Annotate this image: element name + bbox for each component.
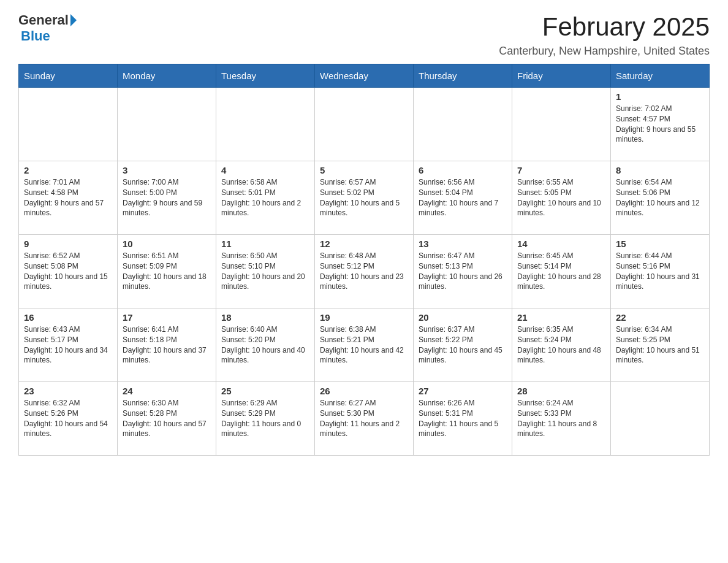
- day-number: 27: [419, 386, 507, 396]
- calendar-cell: 24Sunrise: 6:30 AM Sunset: 5:28 PM Dayli…: [118, 382, 216, 456]
- header-saturday: Saturday: [611, 64, 710, 88]
- day-info: Sunrise: 7:00 AM Sunset: 5:00 PM Dayligh…: [123, 177, 211, 218]
- calendar-week-row: 23Sunrise: 6:32 AM Sunset: 5:26 PM Dayli…: [19, 382, 710, 456]
- calendar-week-row: 9Sunrise: 6:52 AM Sunset: 5:08 PM Daylig…: [19, 235, 710, 308]
- calendar-cell: 6Sunrise: 6:56 AM Sunset: 5:04 PM Daylig…: [414, 161, 512, 235]
- header-wednesday: Wednesday: [315, 64, 414, 88]
- day-number: 23: [24, 386, 112, 396]
- calendar-week-row: 1Sunrise: 7:02 AM Sunset: 4:57 PM Daylig…: [19, 88, 710, 161]
- day-info: Sunrise: 6:41 AM Sunset: 5:18 PM Dayligh…: [123, 324, 211, 366]
- header-tuesday: Tuesday: [216, 64, 315, 88]
- day-info: Sunrise: 6:38 AM Sunset: 5:21 PM Dayligh…: [320, 324, 408, 366]
- day-number: 13: [419, 239, 507, 249]
- calendar-cell: 12Sunrise: 6:48 AM Sunset: 5:12 PM Dayli…: [315, 235, 414, 308]
- day-info: Sunrise: 6:29 AM Sunset: 5:29 PM Dayligh…: [221, 398, 309, 439]
- calendar-cell: 26Sunrise: 6:27 AM Sunset: 5:30 PM Dayli…: [315, 382, 414, 456]
- day-number: 2: [24, 165, 112, 175]
- day-number: 17: [123, 312, 211, 323]
- day-info: Sunrise: 6:58 AM Sunset: 5:01 PM Dayligh…: [221, 177, 309, 218]
- header-friday: Friday: [512, 64, 611, 88]
- title-section: February 2025 Canterbury, New Hampshire,…: [499, 12, 710, 58]
- day-info: Sunrise: 6:57 AM Sunset: 5:02 PM Dayligh…: [320, 177, 408, 218]
- day-info: Sunrise: 6:27 AM Sunset: 5:30 PM Dayligh…: [320, 398, 408, 439]
- calendar-cell: [315, 88, 414, 161]
- day-info: Sunrise: 6:50 AM Sunset: 5:10 PM Dayligh…: [221, 251, 309, 292]
- page-header: General Blue February 2025 Canterbury, N…: [18, 12, 710, 58]
- calendar-cell: 15Sunrise: 6:44 AM Sunset: 5:16 PM Dayli…: [611, 235, 710, 308]
- calendar-cell: 22Sunrise: 6:34 AM Sunset: 5:25 PM Dayli…: [611, 308, 710, 382]
- day-number: 24: [123, 386, 211, 396]
- calendar-cell: 19Sunrise: 6:38 AM Sunset: 5:21 PM Dayli…: [315, 308, 414, 382]
- header-sunday: Sunday: [19, 64, 118, 88]
- day-number: 7: [517, 165, 605, 175]
- day-number: 9: [24, 239, 112, 249]
- day-number: 18: [221, 312, 309, 323]
- calendar-cell: [414, 88, 512, 161]
- logo-arrow-icon: [70, 14, 77, 26]
- calendar-cell: 10Sunrise: 6:51 AM Sunset: 5:09 PM Dayli…: [118, 235, 216, 308]
- calendar-cell: 3Sunrise: 7:00 AM Sunset: 5:00 PM Daylig…: [118, 161, 216, 235]
- day-number: 15: [616, 239, 704, 249]
- day-number: 11: [221, 239, 309, 249]
- day-info: Sunrise: 6:48 AM Sunset: 5:12 PM Dayligh…: [320, 251, 408, 292]
- calendar-cell: 13Sunrise: 6:47 AM Sunset: 5:13 PM Dayli…: [414, 235, 512, 308]
- day-info: Sunrise: 6:43 AM Sunset: 5:17 PM Dayligh…: [24, 324, 112, 366]
- calendar-week-row: 16Sunrise: 6:43 AM Sunset: 5:17 PM Dayli…: [19, 308, 710, 382]
- day-info: Sunrise: 6:55 AM Sunset: 5:05 PM Dayligh…: [517, 177, 605, 218]
- day-info: Sunrise: 6:32 AM Sunset: 5:26 PM Dayligh…: [24, 398, 112, 439]
- day-number: 6: [419, 165, 507, 175]
- day-number: 25: [221, 386, 309, 396]
- calendar-cell: 28Sunrise: 6:24 AM Sunset: 5:33 PM Dayli…: [512, 382, 611, 456]
- calendar-cell: 9Sunrise: 6:52 AM Sunset: 5:08 PM Daylig…: [19, 235, 118, 308]
- day-info: Sunrise: 6:34 AM Sunset: 5:25 PM Dayligh…: [616, 324, 704, 366]
- logo-general: General: [18, 12, 78, 28]
- day-info: Sunrise: 6:56 AM Sunset: 5:04 PM Dayligh…: [419, 177, 507, 218]
- calendar-cell: 8Sunrise: 6:54 AM Sunset: 5:06 PM Daylig…: [611, 161, 710, 235]
- calendar-cell: 18Sunrise: 6:40 AM Sunset: 5:20 PM Dayli…: [216, 308, 315, 382]
- logo-blue-text: Blue: [21, 28, 50, 44]
- calendar-cell: 17Sunrise: 6:41 AM Sunset: 5:18 PM Dayli…: [118, 308, 216, 382]
- calendar-cell: 11Sunrise: 6:50 AM Sunset: 5:10 PM Dayli…: [216, 235, 315, 308]
- day-number: 20: [419, 312, 507, 323]
- day-number: 8: [616, 165, 704, 175]
- calendar-cell: 1Sunrise: 7:02 AM Sunset: 4:57 PM Daylig…: [611, 88, 710, 161]
- day-info: Sunrise: 6:52 AM Sunset: 5:08 PM Dayligh…: [24, 251, 112, 292]
- day-number: 28: [517, 386, 605, 396]
- location-subtitle: Canterbury, New Hampshire, United States: [499, 45, 710, 58]
- header-monday: Monday: [118, 64, 216, 88]
- day-number: 22: [616, 312, 704, 323]
- calendar-cell: [118, 88, 216, 161]
- day-number: 3: [123, 165, 211, 175]
- calendar-cell: 25Sunrise: 6:29 AM Sunset: 5:29 PM Dayli…: [216, 382, 315, 456]
- day-info: Sunrise: 6:51 AM Sunset: 5:09 PM Dayligh…: [123, 251, 211, 292]
- calendar-cell: 7Sunrise: 6:55 AM Sunset: 5:05 PM Daylig…: [512, 161, 611, 235]
- day-info: Sunrise: 6:26 AM Sunset: 5:31 PM Dayligh…: [419, 398, 507, 439]
- calendar-cell: [216, 88, 315, 161]
- day-number: 5: [320, 165, 408, 175]
- calendar-cell: 20Sunrise: 6:37 AM Sunset: 5:22 PM Dayli…: [414, 308, 512, 382]
- calendar-cell: 4Sunrise: 6:58 AM Sunset: 5:01 PM Daylig…: [216, 161, 315, 235]
- day-info: Sunrise: 6:37 AM Sunset: 5:22 PM Dayligh…: [419, 324, 507, 366]
- month-year-title: February 2025: [499, 12, 710, 42]
- day-info: Sunrise: 6:45 AM Sunset: 5:14 PM Dayligh…: [517, 251, 605, 292]
- header-thursday: Thursday: [414, 64, 512, 88]
- calendar-cell: [19, 88, 118, 161]
- day-info: Sunrise: 6:44 AM Sunset: 5:16 PM Dayligh…: [616, 251, 704, 292]
- day-info: Sunrise: 7:02 AM Sunset: 4:57 PM Dayligh…: [616, 104, 704, 145]
- calendar-table: Sunday Monday Tuesday Wednesday Thursday…: [18, 64, 710, 456]
- day-info: Sunrise: 6:54 AM Sunset: 5:06 PM Dayligh…: [616, 177, 704, 218]
- calendar-cell: 23Sunrise: 6:32 AM Sunset: 5:26 PM Dayli…: [19, 382, 118, 456]
- day-info: Sunrise: 7:01 AM Sunset: 4:58 PM Dayligh…: [24, 177, 112, 218]
- logo: General Blue: [18, 12, 78, 44]
- day-number: 16: [24, 312, 112, 323]
- calendar-cell: 14Sunrise: 6:45 AM Sunset: 5:14 PM Dayli…: [512, 235, 611, 308]
- calendar-cell: 16Sunrise: 6:43 AM Sunset: 5:17 PM Dayli…: [19, 308, 118, 382]
- day-number: 19: [320, 312, 408, 323]
- calendar-week-row: 2Sunrise: 7:01 AM Sunset: 4:58 PM Daylig…: [19, 161, 710, 235]
- logo-general-text: General: [18, 12, 69, 28]
- calendar-cell: 27Sunrise: 6:26 AM Sunset: 5:31 PM Dayli…: [414, 382, 512, 456]
- calendar-cell: 5Sunrise: 6:57 AM Sunset: 5:02 PM Daylig…: [315, 161, 414, 235]
- day-number: 4: [221, 165, 309, 175]
- calendar-cell: 2Sunrise: 7:01 AM Sunset: 4:58 PM Daylig…: [19, 161, 118, 235]
- day-number: 10: [123, 239, 211, 249]
